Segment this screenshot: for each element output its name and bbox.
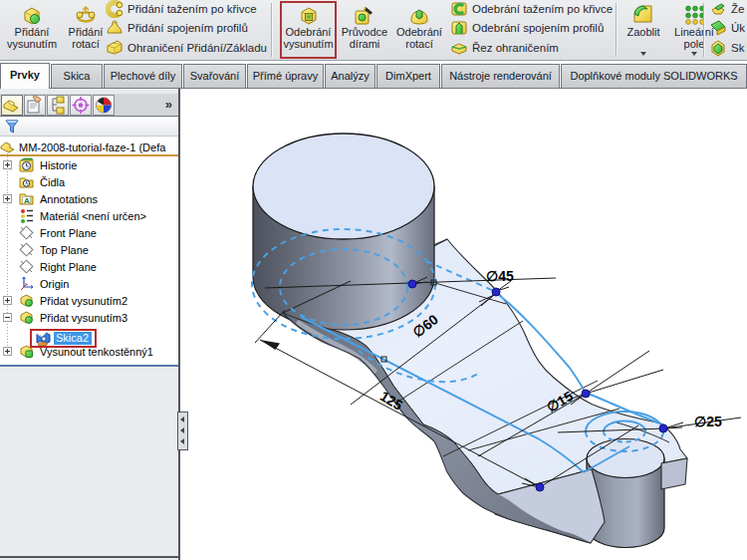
svg-text:∅25: ∅25 [694,414,722,429]
svg-text:∅45: ∅45 [486,268,514,284]
svg-text:A: A [24,196,30,205]
